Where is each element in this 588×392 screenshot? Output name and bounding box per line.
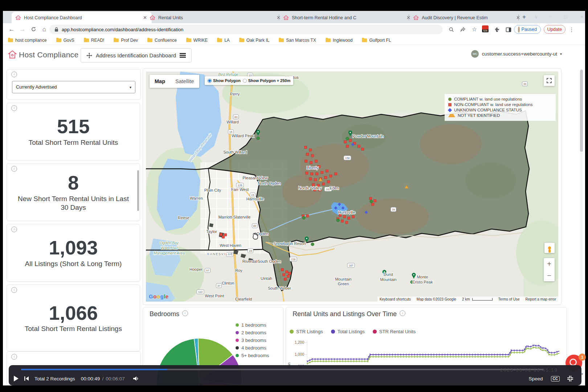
info-icon[interactable]: i <box>11 105 17 111</box>
captions-button[interactable]: CC <box>551 376 560 381</box>
marker-noncompliant <box>374 200 376 202</box>
bookmark-item[interactable]: LA <box>217 38 230 43</box>
bookmark-star-icon[interactable]: ☆ <box>470 26 478 33</box>
player-progress-track[interactable] <box>21 369 544 370</box>
browser-tab[interactable]: Short-term Rental Hotline and C ✕ <box>279 12 415 23</box>
zoom-icon[interactable] <box>447 26 455 33</box>
hamburger-icon[interactable] <box>180 55 186 56</box>
bookmark-item[interactable]: WRIKE <box>186 38 208 43</box>
map-type-button[interactable]: Satellite <box>170 75 199 88</box>
bookmark-item[interactable]: Oak Park IL <box>239 38 269 43</box>
resize-caret-icon[interactable]: ▾ <box>581 372 583 376</box>
attribution-item[interactable]: Report a map error <box>526 297 556 301</box>
extensions-puzzle-icon[interactable] <box>493 26 501 33</box>
bookmarks-bar: host compliance GovS READ! Prof Dev Conf… <box>3 36 585 45</box>
map-canvas[interactable]: 1389151261589151089737110158162391672263… <box>146 72 558 302</box>
update-button[interactable]: Update <box>544 25 565 34</box>
info-icon[interactable]: i <box>11 166 17 172</box>
bookmark-item[interactable]: San Marcos TX <box>279 38 316 43</box>
zoom-in-button[interactable]: + <box>547 258 551 270</box>
dashboard-selector-button[interactable]: Address Identification Dashboard <box>81 48 192 62</box>
info-icon[interactable]: i <box>11 354 17 360</box>
svg-text:39: 39 <box>392 208 395 211</box>
marker-noncompliant <box>306 215 309 217</box>
bookmark-item[interactable]: Inglewood <box>326 38 353 43</box>
attribution-item[interactable]: Keyboard shortcuts <box>380 297 411 301</box>
page-scrollbar[interactable] <box>580 69 583 364</box>
back-button[interactable]: ← <box>7 25 16 34</box>
map-fullscreen-button[interactable] <box>544 75 555 86</box>
attribution-item[interactable]: Terms of Use <box>498 297 520 301</box>
stat-card: i 8 New Short Term Rental Units in Last … <box>7 163 140 221</box>
filter-value: Currently Advertised <box>16 85 57 90</box>
hostcompliance-favicon <box>283 15 289 21</box>
total-duration: 00:06:07 <box>106 376 125 381</box>
folder-icon <box>84 38 89 42</box>
svg-text:97: 97 <box>206 269 209 272</box>
svg-text:15: 15 <box>251 193 254 197</box>
radio-label: Show Polygon + 250m <box>248 78 290 83</box>
road-shield: 15 <box>248 249 253 253</box>
info-icon[interactable]: i <box>11 226 17 232</box>
bookmark-item[interactable]: READ! <box>84 38 105 43</box>
window-close-button[interactable]: × <box>576 13 587 21</box>
bookmark-item[interactable]: Confluence <box>147 38 177 43</box>
new-tab-button[interactable]: + <box>520 13 528 22</box>
series-line <box>307 347 559 364</box>
radio-icon[interactable] <box>208 79 212 83</box>
time-separator: / <box>102 376 103 381</box>
share-icon[interactable] <box>459 26 467 33</box>
listing-filter-select[interactable]: Currently Advertised ▾ <box>12 81 135 93</box>
browser-tab[interactable]: Rental Units ✕ <box>146 12 285 23</box>
window-minimize-button[interactable]: − <box>544 13 555 21</box>
previous-recording-button[interactable] <box>24 376 29 381</box>
map-type-button[interactable]: Map <box>150 75 170 88</box>
window-chevron-icon[interactable]: ∨ <box>531 13 542 21</box>
legend-swatch-icon <box>448 114 455 117</box>
polygon-radio-option[interactable]: Show Polygon + 250m <box>243 78 290 83</box>
bookmark-item[interactable]: Gulfport FL <box>362 38 391 43</box>
scrollbar-thumb[interactable] <box>580 70 583 152</box>
play-button[interactable] <box>14 376 19 381</box>
tab-title: Rental Units <box>158 15 273 20</box>
browser-menu-icon[interactable]: ⋮ <box>568 26 576 33</box>
polygon-radio-option[interactable]: Show Polygon <box>208 78 241 83</box>
filter-card: i Currently Advertised ▾ <box>7 69 141 99</box>
marker-noncompliant <box>321 171 323 174</box>
road-shield: 39 <box>391 207 396 212</box>
folder-icon <box>186 38 191 42</box>
stat-label: Total Short Term Rental Units <box>19 137 128 147</box>
browser-toolbar: ← → ⌂ app.hostcompliance.com/dashboard/a… <box>3 23 585 36</box>
profile-paused-chip[interactable]: Paused <box>514 25 541 34</box>
zoom-out-button[interactable]: − <box>547 270 551 281</box>
home-button[interactable]: ⌂ <box>40 25 49 34</box>
url-bar[interactable]: app.hostcompliance.com/dashboard/address… <box>49 25 443 34</box>
extension-icon[interactable]: 526 <box>482 25 489 32</box>
side-panel-icon[interactable] <box>505 26 513 33</box>
radio-icon[interactable] <box>243 79 247 83</box>
bookmark-item[interactable]: host compliance <box>8 38 47 43</box>
info-icon[interactable]: i <box>11 72 17 77</box>
map-type-control: Map Satellite <box>150 75 199 88</box>
road-shield: 167 <box>347 263 355 268</box>
attribution-item[interactable]: Map data ©2023 Google <box>417 297 456 301</box>
account-menu[interactable]: WC customer.success+webercounty-ut ▾ <box>471 50 562 58</box>
volume-icon[interactable] <box>133 376 139 381</box>
browser-tab[interactable]: Host Compliance Dashboard ✕ <box>12 12 152 23</box>
info-icon[interactable]: i <box>11 287 17 293</box>
browser-tab[interactable]: Audit Discovery | Revenue Estim ✕ <box>409 12 525 23</box>
shrink-button[interactable] <box>567 375 573 382</box>
stat-card: i 1,066 Total Short Term Rental Listings <box>7 285 140 351</box>
paused-label: Paused <box>522 27 537 32</box>
attribution-item: 2 km <box>462 297 470 301</box>
reload-button[interactable] <box>29 25 38 34</box>
pegman-streetview-button[interactable] <box>544 243 555 253</box>
bookmark-item[interactable]: Prof Dev <box>114 38 138 43</box>
forward-button[interactable]: → <box>18 25 27 34</box>
video-player-bar: 2023-06-02 16:45:19 Total 2 Recordings 0… <box>9 365 581 385</box>
folder-icon <box>147 38 152 42</box>
move-icon <box>86 53 92 58</box>
bookmark-item[interactable]: GovS <box>56 38 74 43</box>
speed-button[interactable]: Speed <box>529 376 543 381</box>
window-maximize-button[interactable]: □ <box>560 13 571 21</box>
